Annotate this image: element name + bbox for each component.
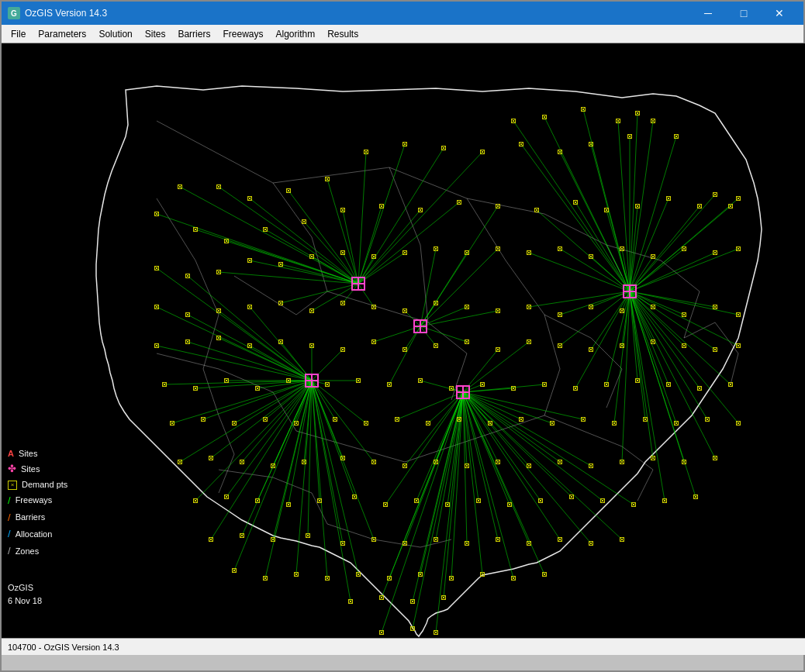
info-line2: 6 Nov 18 [8,594,42,608]
legend-item-barriers: / Barriers [8,510,67,526]
title-bar: G OzGIS Version 14.3 ─ □ ✕ [2,2,803,25]
window-title: OzGIS Version 14.3 [25,8,107,19]
legend-freeways-icon: / [8,493,11,509]
legend-item-demand: × Demand pts [8,478,67,492]
legend-sites-cross-icon: ✤ [8,461,16,477]
legend-zones-icon: / [8,543,11,560]
legend-item-sites-a: A Sites [8,447,67,461]
legend-barriers-icon: / [8,510,11,526]
menu-barriers[interactable]: Barriers [171,26,216,43]
menu-parameters[interactable]: Parameters [32,26,92,43]
window-controls: ─ □ ✕ [690,2,797,25]
maximize-button[interactable]: □ [726,2,762,25]
legend-item-sites-cross: ✤ Sites [8,461,67,477]
info-line1: OzGIS [8,581,42,594]
menu-freeways[interactable]: Freeways [216,26,269,43]
menu-sites[interactable]: Sites [139,26,172,43]
legend: A Sites ✤ Sites × Demand pts / Freeways … [8,447,67,560]
legend-sites-cross-label: Sites [21,463,40,477]
app-icon: G [8,7,20,19]
menu-results[interactable]: Results [321,26,364,43]
legend-demand-icon: × [8,481,17,490]
close-button[interactable]: ✕ [762,2,797,25]
legend-demand-label: Demand pts [22,478,67,492]
legend-item-freeways: / Freeways [8,493,67,509]
status-bar: 104700 - OzGIS Version 14.3 [2,638,805,655]
legend-allocation-icon: / [8,526,11,543]
legend-sites-a-icon: A [8,447,14,461]
legend-allocation-label: Allocation [16,528,53,542]
status-text: 104700 - OzGIS Version 14.3 [8,643,119,652]
legend-sites-a-label: Sites [19,447,37,461]
menu-file[interactable]: File [5,26,32,43]
map-canvas [2,43,805,638]
legend-zones-label: Zones [16,545,40,559]
legend-item-allocation: / Allocation [8,526,67,543]
legend-item-zones: / Zones [8,543,67,560]
menu-algorithm[interactable]: Algorithm [269,26,321,43]
map-area: A Sites ✤ Sites × Demand pts / Freeways … [2,43,805,638]
minimize-button[interactable]: ─ [690,2,726,25]
legend-barriers-label: Barriers [16,511,46,525]
menu-bar: File Parameters Solution Sites Barriers … [2,25,803,43]
info-bar: OzGIS 6 Nov 18 [8,581,42,607]
legend-freeways-label: Freeways [16,494,53,508]
menu-solution[interactable]: Solution [92,26,138,43]
